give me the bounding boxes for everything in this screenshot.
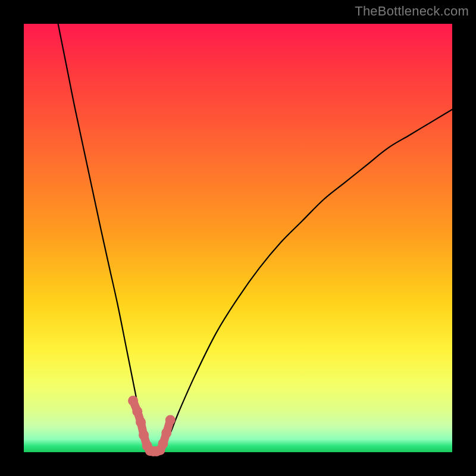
highlight-dot: [165, 415, 176, 425]
highlight-dot: [139, 430, 149, 440]
highlight-dot: [136, 417, 146, 427]
highlight-dot: [161, 428, 171, 438]
watermark-text: TheBottleneck.com: [355, 4, 469, 19]
chart-frame: TheBottleneck.com: [0, 0, 476, 476]
bottleneck-curve: [58, 24, 452, 453]
highlight-dot: [128, 396, 138, 406]
highlight-dot: [158, 439, 168, 449]
curve-svg: [24, 24, 452, 452]
plot-area: [24, 24, 452, 452]
highlight-dot: [132, 406, 142, 416]
